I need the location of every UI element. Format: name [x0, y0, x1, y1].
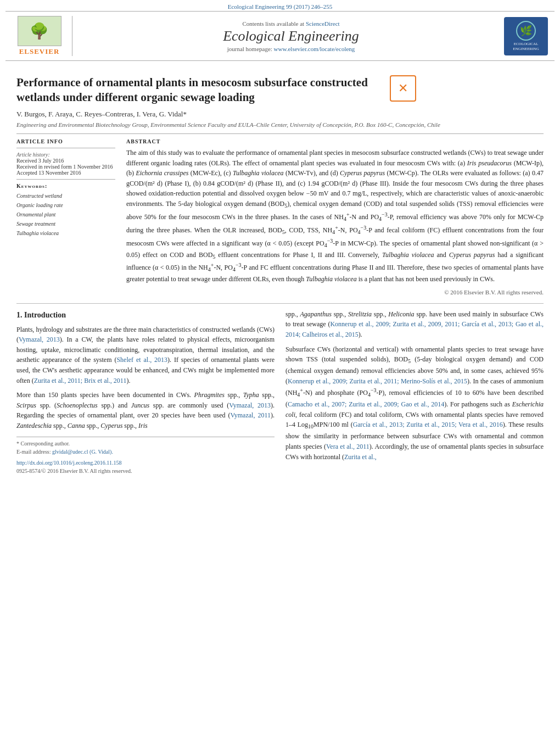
- elsevier-logo: 🌳 ELSEVIER: [12, 16, 72, 56]
- keyword-5: Tulbaghia violacea: [16, 228, 115, 238]
- keyword-3: Ornamental plant: [16, 210, 115, 219]
- article-history: Article history: Received 3 July 2016 Re…: [16, 152, 115, 176]
- homepage-line: journal homepage: www.elsevier.com/locat…: [78, 46, 504, 52]
- ref-vymazal-2011[interactable]: Vymazal, 2011: [230, 411, 271, 419]
- body-two-col: 1. Introduction Plants, hydrology and su…: [16, 309, 544, 476]
- ref-camacho-zurita-gao[interactable]: Camacho et al., 2007; Zurita et al., 200…: [288, 400, 444, 408]
- contents-label: Contents lists available at: [242, 20, 304, 27]
- ref-vera-2011[interactable]: Vera et al., 2011: [326, 443, 369, 450]
- doi-link[interactable]: http://dx.doi.org/10.1016/j.ecoleng.2016…: [16, 460, 121, 466]
- history-label: Article history:: [16, 152, 115, 158]
- received-date: Received 3 July 2016: [16, 158, 115, 164]
- contents-line: Contents lists available at ScienceDirec…: [78, 20, 504, 27]
- journal-reference: Ecological Engineering 99 (2017) 246–255: [0, 0, 560, 11]
- eco-circle-icon: 🌿: [516, 21, 536, 41]
- title-row: Performance of ornamental plants in meso…: [16, 68, 544, 110]
- copyright: © 2016 Elsevier B.V. All rights reserved…: [126, 289, 544, 295]
- abstract-col: ABSTRACT The aim of this study was to ev…: [126, 138, 544, 295]
- received-revised-date: Received in revised form 1 November 2016: [16, 164, 115, 170]
- doi-line: http://dx.doi.org/10.1016/j.ecoleng.2016…: [16, 459, 275, 467]
- abstract-text: The aim of this study was to evaluate th…: [126, 148, 544, 284]
- keyword-1: Constructed wetland: [16, 191, 115, 200]
- body-col-left: 1. Introduction Plants, hydrology and su…: [16, 309, 275, 476]
- keywords-section: Keywords: Constructed wetland Organic lo…: [16, 183, 115, 238]
- info-abstract-row: ARTICLE INFO Article history: Received 3…: [16, 138, 544, 295]
- journal-ref-text: Ecological Engineering 99 (2017) 246–255: [228, 3, 333, 10]
- email-label: E-mail address:: [16, 449, 51, 455]
- article-info-heading: ARTICLE INFO: [16, 138, 115, 144]
- ref-zurita-et-al[interactable]: Zurita et al.,: [344, 453, 377, 461]
- sciencedirect-link[interactable]: ScienceDirect: [306, 20, 340, 27]
- introduction-heading: 1. Introduction: [16, 309, 275, 321]
- ref-shelef-2013[interactable]: Shelef et al., 2013: [116, 356, 167, 364]
- journal-center: Contents lists available at ScienceDirec…: [78, 20, 504, 52]
- intro-para-2: More than 150 plants species have been d…: [16, 390, 275, 431]
- article-info-col: ARTICLE INFO Article history: Received 3…: [16, 138, 115, 295]
- keywords-heading: Keywords:: [16, 183, 115, 189]
- eco-engineering-logo: 🌿 ECOLOGICALENGINEERING: [504, 17, 548, 55]
- homepage-label: journal homepage:: [227, 46, 272, 52]
- email-link[interactable]: glvidal@udec.cl (G. Vidal).: [52, 449, 113, 455]
- article-title: Performance of ornamental plants in meso…: [16, 75, 390, 105]
- elsevier-name: ELSEVIER: [19, 47, 60, 56]
- ref-vymazal-2013[interactable]: Vymazal, 2013: [19, 336, 60, 343]
- ref-konnerup-zurita[interactable]: Konnerup et al., 2009; Zurita et al., 20…: [288, 377, 467, 385]
- ref-garcia-zurita-vera[interactable]: García et al., 2013; Zurita et al., 2015…: [353, 421, 503, 428]
- keyword-4: Sewage treatment: [16, 219, 115, 228]
- authors: V. Burgos, F. Araya, C. Reyes–Contreras,…: [16, 110, 544, 119]
- intro-para-4: Subsurface CWs (horizontal and vertical)…: [285, 344, 544, 462]
- body-col-right: spp., Agapanthus spp., Strelitzia spp., …: [285, 309, 544, 476]
- section-divider: [16, 303, 544, 304]
- journal-header: 🌳 ELSEVIER Contents lists available at S…: [5, 11, 555, 61]
- corresponding-label: * Corresponding author.: [16, 439, 275, 448]
- ref-konnerup-2009[interactable]: Konnerup et al., 2009; Zurita et al., 20…: [285, 320, 544, 338]
- journal-name: Ecological Engineering: [78, 28, 504, 44]
- ref-vymazal-2013b[interactable]: Vymazal, 2013: [229, 401, 271, 409]
- intro-para-1: Plants, hydrology and substrates are the…: [16, 325, 275, 386]
- main-content: Performance of ornamental plants in meso…: [0, 61, 560, 481]
- homepage-link[interactable]: www.elsevier.com/locate/ecoleng: [274, 46, 355, 52]
- intro-para-3: spp., Agapanthus spp., Strelitzia spp., …: [285, 309, 544, 340]
- footnote-section: * Corresponding author. E-mail address: …: [16, 437, 275, 456]
- crossmark-logo: ✕: [390, 75, 416, 102]
- issn-line: 0925-8574/© 2016 Elsevier B.V. All right…: [16, 467, 275, 476]
- affiliation: Engineering and Environmental Biotechnol…: [16, 121, 544, 129]
- email-line: E-mail address: glvidal@udec.cl (G. Vida…: [16, 448, 275, 456]
- elsevier-tree-image: 🌳: [18, 16, 61, 46]
- abstract-heading: ABSTRACT: [126, 138, 544, 144]
- ref-zurita-2011-brix[interactable]: Zurita et al., 2011; Brix et al., 2011: [34, 377, 127, 384]
- keyword-2: Organic loading rate: [16, 200, 115, 210]
- accepted-date: Accepted 13 November 2016: [16, 170, 115, 176]
- divider-1: [16, 133, 544, 134]
